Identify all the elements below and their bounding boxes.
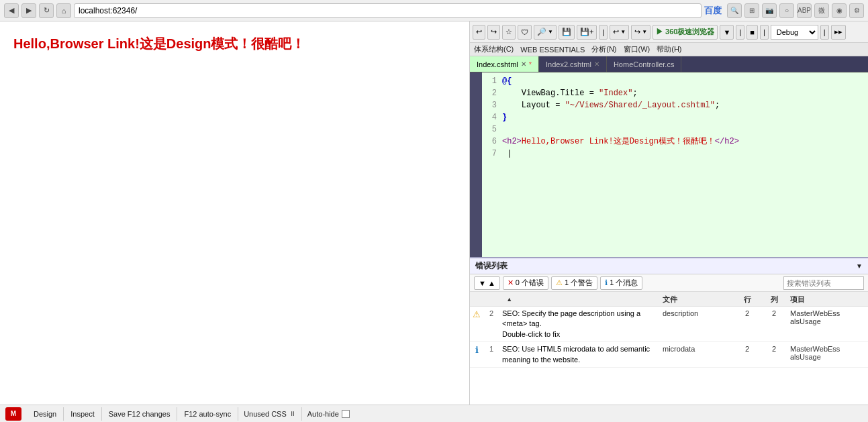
undo-button[interactable]: ↩ [473,25,485,40]
errors-count-label: 0 个错误 [516,278,544,288]
menu-architecture[interactable]: 体系结构(C) [474,44,514,54]
error-row-row-2: 2 [734,344,761,353]
redo2-button[interactable]: ↪ ▼ [631,25,650,40]
zoom-button[interactable]: 🔎 ▼ [534,25,557,40]
code-line-4: 4 } [482,111,868,123]
inspect-button[interactable]: Inspect [64,407,101,421]
unused-css-label: Unused CSS [244,410,287,418]
error-row-file-1: description [660,309,734,317]
bookmark-button[interactable]: ☆ [502,25,516,40]
error-row-col-1: 2 [761,309,787,317]
browser-toolbar-icons: 百度 🔍 ⊞ 📷 ○ ABP 微 ◉ ⚙ [704,3,864,18]
line-num-4: 4 [482,111,502,123]
tab-index-close[interactable]: ✕ [521,60,526,68]
baidu-logo: 百度 [704,5,722,17]
debug-selector[interactable]: Debug Release [771,25,818,40]
ring-icon[interactable]: ◉ [832,3,847,18]
design-button[interactable]: Design [27,407,64,421]
warning-row-icon-1: ⚠ [470,309,483,319]
weibo-icon[interactable]: 微 [814,3,829,18]
bottom-toolbar: M Design Inspect Save F12 changes F12 au… [0,405,868,422]
code-area-wrapper: 1 @{ 2 ViewBag.Title = "Index"; 3 Layout… [470,72,868,257]
browser-toolbar: ◀ ▶ ↻ ⌂ 百度 🔍 ⊞ 📷 ○ ABP 微 ◉ ⚙ [0,0,868,21]
code-editor[interactable]: 1 @{ 2 ViewBag.Title = "Index"; 3 Layout… [482,72,868,257]
auto-hide-button[interactable]: Auto-hide [302,407,355,421]
refresh-button[interactable]: ↻ [39,3,54,18]
vs-logo: M [5,407,21,421]
line-num-3: 3 [482,99,502,111]
col-desc-header[interactable]: ▲ [499,294,660,304]
error-panel: 错误列表 ▼ ▼ ▲ ✕ 0 个错误 ⚠ 1 个警告 ℹ 1 个消息 [470,257,868,405]
undo2-button[interactable]: ↩ ▼ [610,25,629,40]
redo-button[interactable]: ↪ [487,25,500,40]
tab-index2-label: Index2.cshtml [546,60,591,68]
search-icon[interactable]: 🔍 [727,3,742,18]
line-content-7 [502,148,868,160]
filter-toggle[interactable]: ▼ ▲ [474,276,500,290]
info-filter-icon: ℹ [605,278,608,287]
code-line-1: 1 @{ [482,75,868,87]
preview-heading: Hello,Browser Link!这是Design模式！很酷吧！ [13,35,456,53]
error-panel-header: 错误列表 ▼ [470,258,868,274]
home-button[interactable]: ⌂ [56,3,71,18]
save-all-button[interactable]: 💾+ [577,25,597,40]
warning-icon: ⚠ [556,278,563,287]
line-num-5: 5 [482,123,502,136]
tab-index-cshtml[interactable]: Index.cshtml ✕ * [470,56,539,72]
tab-index-label: Index.cshtml [477,60,518,68]
error-row-file-2: microdata [660,344,734,353]
error-row-row-1: 2 [734,309,761,317]
error-row-2[interactable]: ℹ 1 SEO: Use HTML5 microdata to add sema… [470,342,868,368]
run-dropdown[interactable]: ▼ [720,25,734,40]
error-row-1[interactable]: ⚠ 2 SEO: Specify the page description us… [470,307,868,342]
code-line-3: 3 Layout = "~/Views/Shared/_Layout.cshtm… [482,99,868,111]
forward-button[interactable]: ▶ [21,3,36,18]
auto-hide-label: Auto-hide [307,410,339,418]
col-col-header[interactable]: 列 [761,294,787,305]
error-row-desc-1: SEO: Specify the page description using … [499,309,660,339]
error-row-num-2: 1 [483,344,499,353]
more-buttons[interactable]: ▸▸ [831,25,846,40]
tab-index2-close[interactable]: ✕ [594,60,599,68]
apps-icon[interactable]: ⊞ [744,3,759,18]
info-row-icon-2: ℹ [470,344,483,355]
save-f12-button[interactable]: Save F12 changes [102,407,178,421]
error-panel-dropdown[interactable]: ▼ [856,262,863,270]
error-filter-bar: ▼ ▲ ✕ 0 个错误 ⚠ 1 个警告 ℹ 1 个消息 [470,274,868,292]
shield-button[interactable]: 🛡 [518,25,532,40]
col-file-header[interactable]: 文件 [660,294,734,305]
menu-web-essentials[interactable]: WEB ESSENTIALS [520,46,585,54]
tab-index2-cshtml[interactable]: Index2.cshtml ✕ [539,56,607,72]
separator2: | [736,25,744,40]
adblock-icon[interactable]: ABP [797,3,812,18]
error-row-desc-2: SEO: Use HTML5 microdata to add semantic… [499,344,660,365]
filter-errors[interactable]: ✕ 0 个错误 [503,276,548,290]
address-bar[interactable] [74,3,702,18]
save-button[interactable]: 💾 [559,25,575,40]
separator3: | [760,25,769,40]
back-button[interactable]: ◀ [4,3,19,18]
col-row-header[interactable]: 行 [734,294,761,305]
line-content-3: Layout = "~/Views/Shared/_Layout.cshtml"… [502,99,868,111]
error-row-proj-1: MasterWebEssalsUsage [787,309,868,325]
unused-css-button[interactable]: Unused CSS ⏸ [238,407,302,421]
stop-button[interactable]: ■ [746,25,758,40]
run-button[interactable]: ▶ 360极速浏览器 [653,25,718,40]
line-num-7: 7 [482,148,502,160]
menu-help[interactable]: 帮助(H) [657,44,681,54]
filter-messages[interactable]: ℹ 1 个消息 [600,276,642,290]
filter-warnings[interactable]: ⚠ 1 个警告 [551,276,597,290]
settings-icon[interactable]: ⚙ [849,3,864,18]
error-search-input[interactable] [783,276,864,290]
col-proj-header[interactable]: 项目 [787,294,868,305]
code-line-6: 6 <h2>Hello,Browser Link!这是Design模式！很酷吧！… [482,136,868,148]
tab-homecontroller[interactable]: HomeController.cs [607,56,681,72]
error-panel-title: 错误列表 [475,260,508,272]
f12-autosync-button[interactable]: F12 auto-sync [177,407,238,421]
tab-homecontroller-label: HomeController.cs [614,60,674,68]
auto-hide-checkbox[interactable] [342,410,350,418]
circle-icon[interactable]: ○ [779,3,794,18]
menu-window[interactable]: 窗口(W) [624,44,650,54]
menu-analysis[interactable]: 分析(N) [591,44,616,54]
screenshot-icon[interactable]: 📷 [762,3,777,18]
